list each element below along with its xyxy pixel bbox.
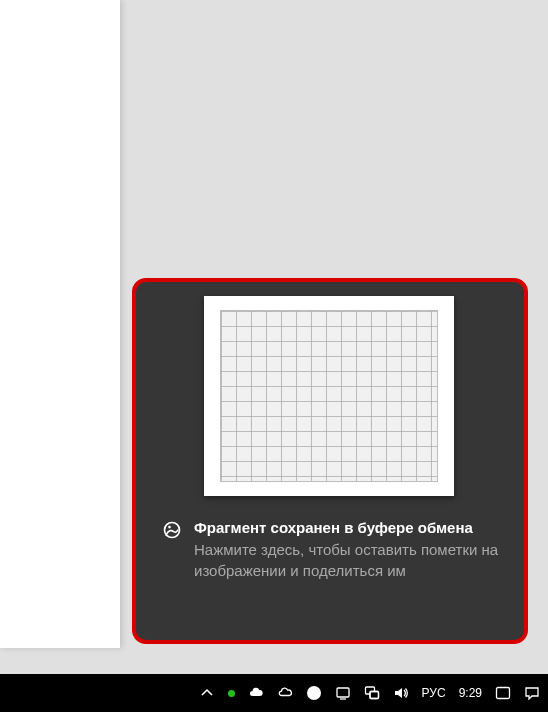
taskbar: РУС 9:29 (0, 674, 548, 712)
svg-rect-3 (337, 688, 349, 697)
notification-text-block: Фрагмент сохранен в буфере обмена Нажмит… (194, 518, 504, 581)
snip-thumbnail (204, 296, 454, 496)
onedrive-cloud-icon[interactable] (248, 685, 264, 701)
clock[interactable]: 9:29 (459, 686, 482, 700)
app-tray-icon[interactable] (306, 685, 322, 701)
tray-chevron-up-icon[interactable] (199, 685, 215, 701)
security-tray-icon[interactable] (335, 685, 351, 701)
svg-rect-5 (370, 692, 379, 699)
notification-body: Нажмите здесь, чтобы оставить пометки на… (194, 540, 504, 581)
status-indicator-icon[interactable] (228, 690, 235, 697)
onedrive-sync-icon[interactable] (277, 685, 293, 701)
action-center-icon[interactable] (524, 685, 540, 701)
svg-point-2 (307, 686, 321, 700)
network-icon[interactable] (364, 685, 380, 701)
volume-icon[interactable] (393, 685, 409, 701)
snip-thumbnail-grid (220, 310, 438, 482)
input-language[interactable]: РУС (422, 686, 446, 700)
svg-point-1 (168, 526, 171, 529)
notification-title: Фрагмент сохранен в буфере обмена (194, 518, 504, 538)
snip-sketch-icon (162, 518, 182, 540)
notification-badge-icon[interactable] (495, 685, 511, 701)
snip-saved-notification[interactable]: Фрагмент сохранен в буфере обмена Нажмит… (132, 278, 528, 644)
document-canvas (0, 0, 120, 648)
svg-rect-7 (497, 688, 510, 699)
